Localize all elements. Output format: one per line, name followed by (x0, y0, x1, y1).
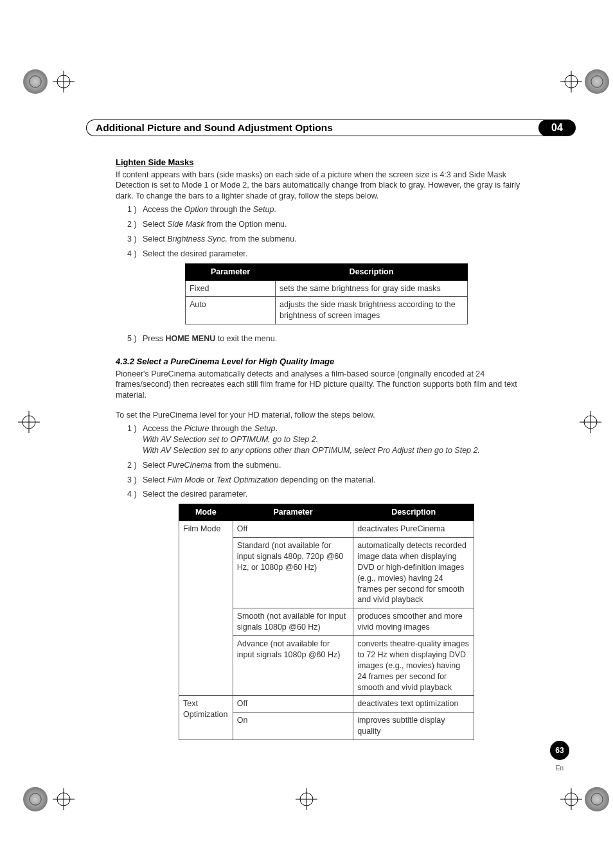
section-heading-lighten-side-masks: Lighten Side Masks (116, 157, 537, 168)
step-item: 2 )Select Side Mask from the Option menu… (127, 219, 537, 230)
svg-point-7 (591, 76, 603, 87)
step-italic: Side Mask (167, 220, 204, 229)
step-italic: Option (184, 205, 208, 214)
step-text: . (275, 424, 277, 433)
table-cell: Film Mode (179, 521, 233, 696)
table-cell: Advance (not available for input signals… (233, 636, 353, 696)
table-cell: Fixed (186, 280, 276, 297)
section2-intro: Pioneer's PureCinema automatically detec… (116, 369, 537, 402)
step-item: 2 )Select PureCinema from the submenu. (127, 460, 537, 471)
table-cell: Text Optimization (179, 696, 233, 740)
step-italic: Picture (184, 424, 209, 433)
table-header: Description (276, 263, 468, 280)
step-text: from the submenu. (227, 235, 297, 244)
print-registration-mark (23, 787, 48, 811)
print-crosshair-icon (296, 788, 317, 810)
print-registration-mark (585, 69, 609, 94)
step-sub-italic: With AV Selection set to any options oth… (127, 445, 537, 456)
page-number-badge: 63 (550, 741, 569, 760)
step-number: 3 ) (127, 475, 143, 486)
section-heading-purecinema: 4.3.2 Select a PureCinema Level for High… (116, 356, 537, 368)
step-italic: Film Mode (167, 475, 204, 484)
print-crosshair-icon (580, 411, 601, 433)
step-item: 4 )Select the desired parameter. (127, 489, 537, 500)
table-cell: deactivates text optimization (353, 696, 474, 713)
table-cell: deactivates PureCinema (353, 521, 474, 538)
step-text: . (274, 205, 276, 214)
table-cell: On (233, 713, 353, 740)
step-text: from the Option menu. (205, 220, 287, 229)
table-cell: produces smoother and more vivid moving … (353, 608, 474, 636)
table-cell: Auto (186, 297, 276, 324)
table-header: Parameter (186, 263, 276, 280)
purecinema-parameter-table: Mode Parameter Description Film Mode Off… (179, 504, 474, 740)
table-cell: Off (233, 521, 353, 538)
step-text: Select the desired parameter. (143, 490, 247, 499)
step-number: 1 ) (127, 423, 143, 434)
print-crosshair-icon (53, 71, 75, 93)
step-text: or (205, 475, 217, 484)
svg-point-0 (30, 76, 41, 87)
table-header: Description (353, 504, 474, 521)
table-cell: Smooth (not available for input signals … (233, 608, 353, 636)
step-italic: Setup (253, 205, 274, 214)
section2-steps: 1 )Access the Picture through the Setup.… (116, 423, 537, 500)
step-text: Select the desired parameter. (143, 249, 247, 258)
step-sub-italic: With AV Selection set to OPTIMUM, go to … (127, 434, 537, 445)
table-cell: automatically detects recorded image dat… (353, 538, 474, 608)
step-number: 2 ) (127, 219, 143, 230)
print-registration-mark (585, 787, 609, 811)
step-bold: HOME MENU (165, 334, 215, 343)
svg-point-14 (30, 793, 41, 805)
step-number: 4 ) (127, 489, 143, 500)
table-row: Text Optimization Off deactivates text o… (179, 696, 474, 713)
page-content: Lighten Side Masks If content appears wi… (116, 157, 537, 749)
step-italic: Text Optimization (217, 475, 278, 484)
table-header: Mode (179, 504, 233, 521)
step-text: Select (143, 475, 167, 484)
step-number: 2 ) (127, 460, 143, 471)
chapter-number-badge: 04 (538, 120, 576, 136)
step-item: 1 )Access the Option through the Setup. (127, 204, 537, 215)
table-row: Auto adjusts the side mask brightness ac… (186, 297, 468, 324)
step-text: depending on the material. (278, 475, 376, 484)
section1-step5: 5 )Press HOME MENU to exit the menu. (116, 333, 537, 344)
step-text: Access the (143, 205, 184, 214)
step-item: 3 )Select Film Mode or Text Optimization… (127, 475, 537, 486)
step-text: through the (208, 205, 253, 214)
side-mask-parameter-table: Parameter Description Fixed sets the sam… (185, 263, 468, 325)
step-text: to exit the menu. (215, 334, 277, 343)
page-language-label: En (550, 765, 569, 772)
step-text: Access the (143, 424, 184, 433)
table-cell: adjusts the side mask brightness accordi… (276, 297, 468, 324)
step-italic: Setup (254, 424, 276, 433)
step-item: 1 )Access the Picture through the Setup.… (127, 423, 537, 456)
step-text: from the submenu. (212, 461, 281, 470)
step-number: 5 ) (127, 333, 143, 344)
chapter-title: Additional Picture and Sound Adjustment … (86, 120, 547, 136)
section2-lead: To set the PureCinema level for your HD … (116, 410, 537, 421)
step-item: 4 )Select the desired parameter. (127, 249, 537, 260)
chapter-header: Additional Picture and Sound Adjustment … (86, 120, 576, 136)
section1-steps: 1 )Access the Option through the Setup. … (116, 204, 537, 260)
table-cell: improves subtitle display quality (353, 713, 474, 740)
table-cell: sets the same brightness for gray side m… (276, 280, 468, 297)
table-cell: Standard (not available for input signal… (233, 538, 353, 608)
step-text: Press (143, 334, 165, 343)
step-text: Select (143, 235, 167, 244)
table-cell: converts theatre-quality images to 72 Hz… (353, 636, 474, 696)
svg-point-24 (591, 793, 603, 805)
print-crosshair-icon (18, 411, 40, 433)
step-number: 1 ) (127, 204, 143, 215)
step-text: through the (209, 424, 254, 433)
step-number: 4 ) (127, 249, 143, 260)
table-row: Film Mode Off deactivates PureCinema (179, 521, 474, 538)
step-text: Select (143, 220, 167, 229)
table-row: Fixed sets the same brightness for gray … (186, 280, 468, 297)
step-italic: Brightness Sync. (167, 235, 227, 244)
section1-intro: If content appears with bars (side masks… (116, 170, 537, 202)
table-header: Parameter (233, 504, 353, 521)
step-italic: PureCinema (167, 461, 211, 470)
table-cell: Off (233, 696, 353, 713)
step-text: Select (143, 461, 167, 470)
